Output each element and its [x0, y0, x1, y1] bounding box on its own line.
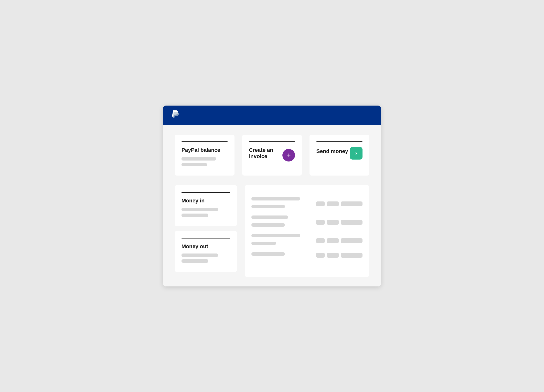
balance-divider: [181, 141, 228, 142]
top-cards-row: PayPal balance Create an invoice +: [175, 135, 369, 176]
badge-2: [327, 201, 339, 206]
row-1-content: [251, 197, 312, 211]
row-4-badges: [316, 253, 363, 258]
money-in-divider: [181, 192, 230, 193]
arrow-icon: ›: [355, 150, 357, 156]
balance-skeleton-2: [181, 163, 207, 166]
badge-5: [327, 220, 339, 225]
plus-icon: +: [287, 152, 291, 159]
paypal-logo-icon: [171, 110, 180, 121]
invoice-title: Create an invoice: [249, 147, 283, 160]
row-2-content: [251, 215, 312, 229]
send-money-button[interactable]: ›: [350, 147, 363, 160]
badge-8: [327, 238, 339, 243]
left-labels: Money in Money out: [175, 185, 237, 277]
row-1-line-2: [251, 205, 285, 208]
row-2-line-2: [251, 223, 285, 227]
money-out-title: Money out: [181, 243, 230, 250]
main-content: PayPal balance Create an invoice +: [163, 125, 381, 286]
invoice-divider: [249, 141, 295, 142]
send-money-card: Send money ›: [310, 135, 369, 176]
badge-9: [341, 238, 363, 243]
money-out-card: Money out: [175, 231, 237, 272]
money-in-title: Money in: [181, 198, 230, 204]
row-2-badges: [316, 220, 363, 225]
money-out-skeleton-1: [181, 254, 218, 257]
bottom-section: Money in Money out: [175, 185, 369, 277]
row-4-line-1: [251, 252, 285, 256]
row-3-line-1: [251, 234, 300, 237]
table-row: [251, 215, 363, 229]
row-1-line-1: [251, 197, 300, 200]
badge-3: [341, 201, 363, 206]
row-2-line-1: [251, 215, 288, 219]
table-row: [251, 234, 363, 247]
money-out-divider: [181, 238, 230, 238]
money-in-skeleton-2: [181, 214, 208, 217]
transactions-card: [245, 185, 369, 277]
row-3-content: [251, 234, 312, 247]
header: [163, 106, 381, 125]
table-top-divider: [251, 192, 363, 192]
row-3-badges: [316, 238, 363, 243]
badge-1: [316, 201, 325, 206]
money-in-skeleton-1: [181, 208, 218, 211]
money-in-card: Money in: [175, 185, 237, 226]
send-money-divider: [316, 141, 363, 142]
badge-4: [316, 220, 325, 225]
app-window: PayPal balance Create an invoice +: [163, 106, 381, 286]
row-4-content: [251, 252, 312, 258]
money-out-skeleton-2: [181, 259, 208, 263]
badge-7: [316, 238, 325, 243]
badge-12: [341, 253, 363, 258]
balance-skeleton-1: [181, 157, 216, 161]
create-invoice-button[interactable]: +: [282, 149, 295, 161]
badge-10: [316, 253, 325, 258]
send-money-content: Send money: [316, 148, 350, 158]
table-row: [251, 252, 363, 258]
invoice-content: Create an invoice: [249, 147, 283, 163]
balance-title: PayPal balance: [181, 147, 228, 153]
badge-6: [341, 220, 363, 225]
table-row: [251, 197, 363, 211]
row-3-line-2: [251, 242, 276, 245]
invoice-card: Create an invoice +: [242, 135, 302, 176]
row-1-badges: [316, 201, 363, 206]
send-money-card-inner: Send money ›: [316, 147, 363, 160]
invoice-card-inner: Create an invoice +: [249, 147, 295, 163]
balance-card: PayPal balance: [175, 135, 234, 176]
send-money-title: Send money: [316, 148, 350, 154]
badge-11: [327, 253, 339, 258]
